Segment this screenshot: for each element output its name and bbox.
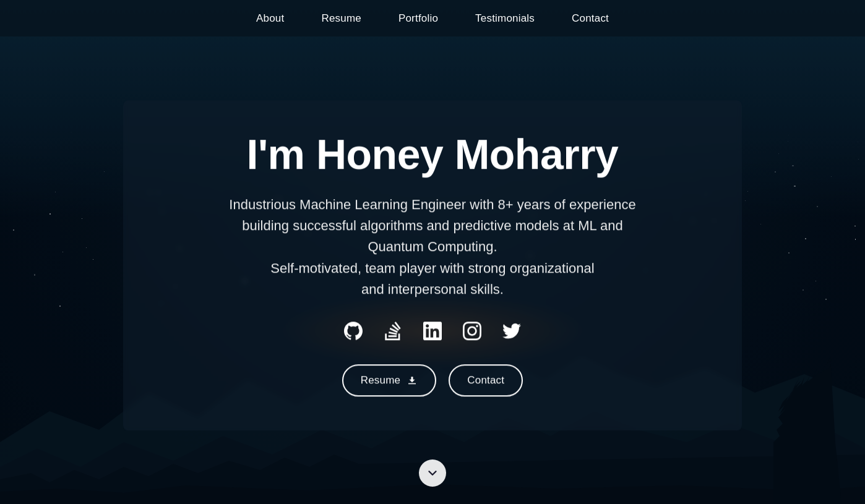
hero-name: I'm Honey Moharry <box>160 131 705 177</box>
nav-testimonials[interactable]: Testimonials <box>475 12 535 25</box>
contact-button[interactable]: Contact <box>449 364 523 396</box>
social-icons-row <box>160 320 705 342</box>
chevron-down-icon <box>426 466 439 480</box>
nav-portfolio[interactable]: Portfolio <box>398 12 438 25</box>
hero-description: Industrious Machine Learning Engineer wi… <box>179 195 686 300</box>
resume-button[interactable]: Resume <box>342 364 437 396</box>
download-icon <box>407 375 418 386</box>
navbar: About Resume Portfolio Testimonials Cont… <box>0 0 865 36</box>
twitter-icon[interactable] <box>501 320 523 342</box>
nav-contact[interactable]: Contact <box>572 12 609 25</box>
instagram-icon[interactable] <box>461 320 483 342</box>
resume-button-label: Resume <box>361 374 401 387</box>
nav-about[interactable]: About <box>256 12 284 25</box>
nav-resume[interactable]: Resume <box>321 12 361 25</box>
scroll-down-button[interactable] <box>419 459 446 487</box>
contact-button-label: Contact <box>467 374 504 387</box>
linkedin-icon[interactable] <box>421 320 444 342</box>
stackoverflow-icon[interactable] <box>382 320 404 342</box>
hero-card: I'm Honey Moharry Industrious Machine Le… <box>123 100 742 430</box>
github-icon[interactable] <box>342 320 364 342</box>
cta-buttons: Resume Contact <box>160 364 705 396</box>
